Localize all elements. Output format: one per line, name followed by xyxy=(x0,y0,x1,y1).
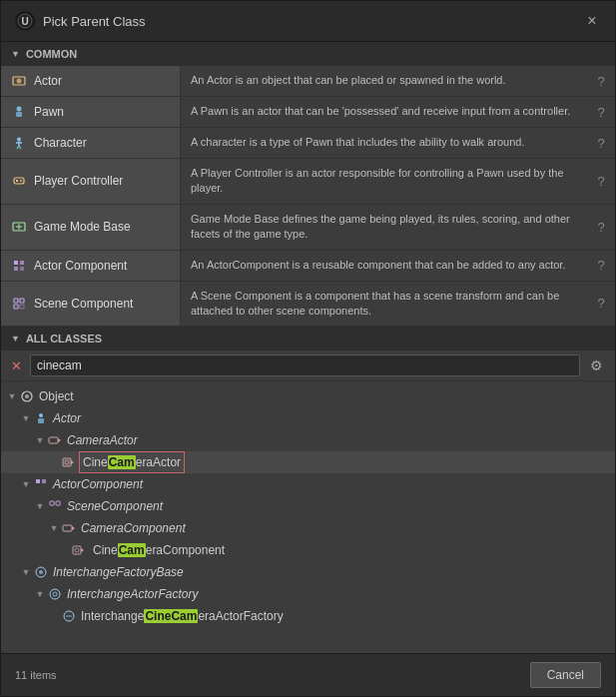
svg-point-43 xyxy=(75,548,79,552)
pawn-label: Pawn xyxy=(34,105,64,119)
player-controller-label: Player Controller xyxy=(34,174,123,188)
svg-marker-40 xyxy=(72,526,75,530)
list-item: Actor Component An ActorComponent is a r… xyxy=(1,251,615,282)
tree-arrow-scenecomponent: ▼ xyxy=(33,500,47,514)
tree-arrow-cameracomponent: ▼ xyxy=(47,522,61,536)
common-list: Actor An Actor is an object that can be … xyxy=(1,66,615,327)
pick-parent-class-dialog: U Pick Parent Class × ▼ COMMON Actor xyxy=(0,0,616,697)
player-controller-help-icon[interactable]: ? xyxy=(587,159,615,204)
actor-tree-icon xyxy=(33,410,49,426)
svg-point-46 xyxy=(50,589,60,599)
svg-rect-37 xyxy=(50,501,54,505)
actor-button[interactable]: Actor xyxy=(1,66,181,96)
search-input[interactable] xyxy=(37,358,573,372)
tree-item-interchangecinecameraactorfactory[interactable]: ▶ InterchangeCineCameraActorFactory xyxy=(1,605,615,627)
interchangeactorfactory-tree-icon xyxy=(47,586,63,602)
highlight-cam2: Cam xyxy=(118,543,146,557)
tree-item-actor[interactable]: ▼ Actor xyxy=(1,407,615,429)
dialog-content: ▼ COMMON Actor An Actor is an object tha… xyxy=(1,42,615,653)
tree-arrow-interchangeactorfactory: ▼ xyxy=(33,588,47,602)
tree-label-actorcomponent: ActorComponent xyxy=(53,475,143,493)
character-button[interactable]: Character xyxy=(1,128,181,158)
tree-arrow-cameraactor: ▼ xyxy=(33,434,47,448)
tree-item-actorcomponent[interactable]: ▼ ActorComponent xyxy=(1,473,615,495)
svg-rect-5 xyxy=(16,112,22,117)
actorcomponent-tree-icon xyxy=(33,476,49,492)
tree-item-object[interactable]: ▼ Object xyxy=(1,385,615,407)
svg-rect-23 xyxy=(14,305,18,309)
tree-arrow-actorcomponent: ▼ xyxy=(19,478,33,492)
scene-component-button[interactable]: Scene Component xyxy=(1,282,181,327)
all-classes-section-label: ALL CLASSES xyxy=(26,333,102,345)
common-section-header[interactable]: ▼ COMMON xyxy=(1,42,615,66)
tree-label-cameracomponent: CameraComponent xyxy=(81,519,186,537)
svg-rect-11 xyxy=(14,178,24,184)
close-button[interactable]: × xyxy=(583,12,601,30)
svg-rect-38 xyxy=(56,501,60,505)
tree-item-interchangefactorybase[interactable]: ▼ InterchangeFactoryBase xyxy=(1,561,615,583)
actor-icon xyxy=(11,73,27,89)
list-item: Player Controller A Player Controller is… xyxy=(1,159,615,205)
search-input-wrap xyxy=(30,354,580,376)
character-help-icon[interactable]: ? xyxy=(587,128,615,158)
all-classes-arrow-icon: ▼ xyxy=(11,334,20,344)
list-item: Pawn A Pawn is an actor that can be 'pos… xyxy=(1,97,615,128)
tree-label-interchangecinecameraactorfactory: InterchangeCineCameraActorFactory xyxy=(81,607,284,625)
actor-component-button[interactable]: Actor Component xyxy=(1,251,181,281)
tree-item-cameracomponent[interactable]: ▼ CameraComponent xyxy=(1,517,615,539)
all-classes-section-header[interactable]: ▼ ALL CLASSES xyxy=(1,327,615,350)
highlight-cam1: Cam xyxy=(108,455,136,469)
tree-area: ▼ Object ▼ Actor ▼ xyxy=(1,381,615,653)
svg-rect-12 xyxy=(16,180,18,182)
tree-arrow-object: ▼ xyxy=(5,390,19,404)
player-controller-desc: A Player Controller is an actor responsi… xyxy=(181,159,587,204)
player-controller-button[interactable]: Player Controller xyxy=(1,159,181,204)
svg-marker-42 xyxy=(81,548,84,552)
dialog-title: Pick Parent Class xyxy=(43,14,146,29)
list-item: Scene Component A Scene Component is a c… xyxy=(1,282,615,328)
svg-rect-17 xyxy=(14,261,18,265)
tree-arrow-interchangefactorybase: ▼ xyxy=(19,566,33,580)
game-mode-base-help-icon[interactable]: ? xyxy=(587,205,615,250)
tree-label-cinecameraactor: CineCameraActor xyxy=(81,453,183,471)
scene-component-help-icon[interactable]: ? xyxy=(587,282,615,327)
tree-item-cinecameracomponent[interactable]: ▶ CineCameraComponent xyxy=(1,539,615,561)
search-row: ✕ ⚙ xyxy=(1,350,615,381)
list-item: Character A character is a type of Pawn … xyxy=(1,128,615,159)
search-settings-button[interactable]: ⚙ xyxy=(584,355,609,375)
tree-item-interchangeactorfactory[interactable]: ▼ InterchangeActorFactory xyxy=(1,583,615,605)
pawn-button[interactable]: Pawn xyxy=(1,97,181,127)
pawn-help-icon[interactable]: ? xyxy=(587,97,615,127)
game-mode-base-button[interactable]: Game Mode Base xyxy=(1,205,181,250)
svg-point-3 xyxy=(17,79,22,84)
svg-text:U: U xyxy=(21,16,28,27)
title-bar-left: U Pick Parent Class xyxy=(15,11,146,31)
game-mode-base-icon xyxy=(11,219,27,235)
search-clear-button[interactable]: ✕ xyxy=(7,356,26,375)
actor-component-help-icon[interactable]: ? xyxy=(587,251,615,281)
tree-item-cinecameraactor[interactable]: ▶ CineCameraActor xyxy=(1,451,615,473)
svg-point-4 xyxy=(17,107,22,112)
tree-label-scenecomponent: SceneComponent xyxy=(67,497,163,515)
svg-line-10 xyxy=(19,146,21,149)
actor-help-icon[interactable]: ? xyxy=(587,66,615,96)
cameracomponent-tree-icon xyxy=(61,520,77,536)
tree-item-cameraactor[interactable]: ▼ CameraActor xyxy=(1,429,615,451)
tree-item-scenecomponent[interactable]: ▼ SceneComponent xyxy=(1,495,615,517)
svg-rect-24 xyxy=(20,305,24,309)
svg-rect-20 xyxy=(20,267,24,271)
svg-point-6 xyxy=(17,138,21,142)
game-mode-base-desc: Game Mode Base defines the game being pl… xyxy=(181,205,587,250)
pawn-desc: A Pawn is an actor that can be 'possesse… xyxy=(181,97,587,127)
svg-marker-30 xyxy=(58,438,61,442)
cancel-button[interactable]: Cancel xyxy=(530,662,601,688)
svg-rect-21 xyxy=(14,299,18,303)
svg-point-47 xyxy=(53,592,57,596)
svg-rect-19 xyxy=(14,267,18,271)
ue-logo: U xyxy=(15,11,35,31)
cinecameracomponent-tree-icon xyxy=(71,542,87,558)
tree-label-actor: Actor xyxy=(53,409,81,427)
tree-label-cameraactor: CameraActor xyxy=(67,431,138,449)
svg-point-13 xyxy=(20,180,22,182)
svg-rect-29 xyxy=(49,437,58,443)
